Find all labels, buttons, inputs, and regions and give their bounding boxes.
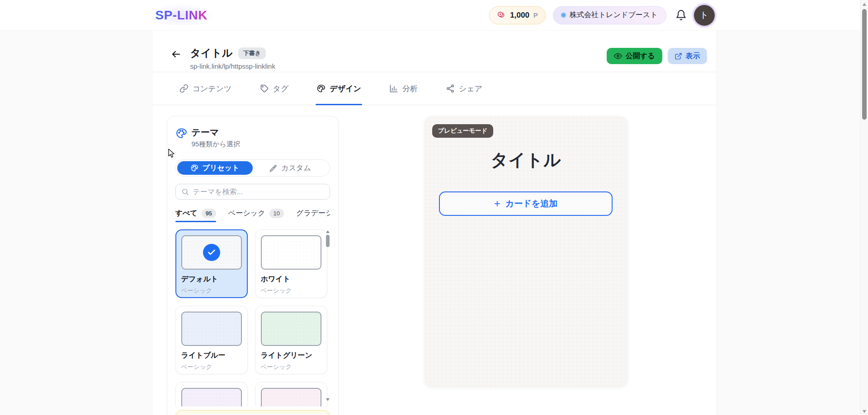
scroll-down-arrow[interactable] — [326, 398, 330, 401]
eyedropper-icon — [269, 164, 277, 172]
company-badge[interactable]: 株式会社トレンドブースト — [553, 6, 666, 24]
theme-card-white[interactable]: ホワイト ベーシック — [255, 229, 327, 298]
palette-icon — [175, 127, 187, 149]
points-value: 1,000 — [510, 11, 529, 20]
view-button[interactable]: 表示 — [668, 48, 707, 64]
preset-label: プリセット — [203, 163, 240, 173]
tag-icon — [260, 84, 269, 93]
theme-swatch — [261, 388, 321, 406]
theme-name: ホワイト — [261, 275, 321, 284]
filter-basic[interactable]: ベーシック 10 — [228, 209, 284, 222]
panel-subtitle: 95種類から選択 — [192, 140, 240, 149]
palette-icon — [316, 84, 326, 93]
company-name: 株式会社トレンドブースト — [570, 10, 658, 20]
panel-scrollbar[interactable] — [326, 229, 330, 401]
points-badge[interactable]: 1,000 P — [489, 6, 546, 24]
theme-swatch — [181, 312, 242, 346]
eye-icon — [614, 52, 622, 60]
scroll-up-arrow[interactable] — [863, 3, 866, 6]
app-header: SP-LINK 1,000 P 株式会社トレンドブースト — [0, 0, 868, 31]
status-badge: 下書き — [238, 47, 266, 59]
theme-category: ベーシック — [261, 363, 321, 371]
publish-button[interactable]: 公開する — [607, 48, 662, 64]
filter-label: すべて — [175, 209, 198, 218]
theme-swatch — [261, 312, 321, 346]
tab-share[interactable]: シェア — [446, 72, 482, 105]
points-unit: P — [533, 11, 538, 19]
theme-swatch — [181, 388, 242, 406]
theme-name: デフォルト — [181, 275, 242, 284]
tab-analytics[interactable]: 分析 — [389, 72, 418, 105]
theme-card-default[interactable]: デフォルト ベーシック — [175, 229, 248, 298]
page-url: sp-link.link/lp/httpssp-linklink — [190, 62, 275, 70]
theme-search — [175, 184, 330, 200]
panel-title: テーマ — [192, 126, 240, 139]
bell-icon — [675, 9, 687, 21]
theme-category: ベーシック — [181, 287, 242, 295]
bar-chart-icon — [389, 84, 398, 93]
theme-search-input[interactable] — [193, 188, 324, 196]
theme-card-lightblue[interactable]: ライトブルー ベーシック — [175, 306, 248, 374]
scroll-down-arrow[interactable] — [863, 410, 866, 413]
notice-banner — [175, 410, 330, 415]
tab-design[interactable]: デザイン — [316, 72, 361, 105]
theme-category: ベーシック — [181, 363, 242, 371]
main-content: タイトル 下書き sp-link.link/lp/httpssp-linklin… — [152, 31, 717, 415]
search-icon — [181, 188, 189, 196]
tab-label: シェア — [459, 84, 482, 94]
theme-grid-scroll-area: デフォルト ベーシック ホワイト ベーシック ライトブルー ベーシック — [175, 229, 330, 406]
theme-swatch — [181, 235, 242, 270]
custom-label: カスタム — [281, 163, 311, 173]
theme-category: ベーシック — [261, 287, 321, 295]
theme-panel: テーマ 95種類から選択 プリセット — [167, 116, 339, 415]
tab-label: コンテンツ — [193, 84, 232, 94]
tab-label: タグ — [273, 84, 289, 94]
preview-panel: プレビューモード タイトル + カードを追加 — [424, 116, 628, 387]
link-icon — [179, 84, 189, 93]
add-card-label: カードを追加 — [505, 198, 557, 210]
scroll-up-arrow[interactable] — [326, 230, 330, 233]
mode-toggle: プリセット カスタム — [175, 159, 330, 177]
tab-label: 分析 — [402, 84, 418, 94]
page-scrollbar[interactable] — [860, 0, 868, 415]
plus-icon: + — [494, 198, 500, 209]
tab-tags[interactable]: タグ — [260, 72, 289, 105]
tab-contents[interactable]: コンテンツ — [179, 72, 232, 105]
tab-label: デザイン — [330, 84, 361, 94]
filter-gradation[interactable]: グラデーション — [296, 209, 330, 222]
theme-name: ライトブルー — [181, 351, 242, 360]
view-label: 表示 — [686, 51, 700, 61]
notifications-button[interactable] — [675, 9, 687, 21]
filter-count: 95 — [202, 209, 216, 218]
external-link-icon — [675, 52, 682, 60]
filter-label: ベーシック — [228, 209, 265, 218]
coins-icon — [497, 11, 506, 20]
scrollbar-thumb[interactable] — [862, 9, 867, 120]
theme-swatch — [261, 235, 321, 270]
avatar-initial: ト — [700, 9, 708, 21]
preset-tab[interactable]: プリセット — [177, 161, 253, 175]
add-card-button[interactable]: + カードを追加 — [439, 191, 613, 216]
preview-title: タイトル — [432, 149, 620, 172]
filter-all[interactable]: すべて 95 — [175, 209, 217, 222]
custom-tab[interactable]: カスタム — [253, 161, 328, 175]
app-logo[interactable]: SP-LINK — [156, 8, 208, 23]
page-header: タイトル 下書き sp-link.link/lp/httpssp-linklin… — [152, 31, 716, 72]
status-dot — [561, 13, 566, 17]
preview-mode-badge: プレビューモード — [432, 124, 494, 138]
filter-tabs: すべて 95 ベーシック 10 グラデーション — [175, 209, 330, 222]
theme-card[interactable] — [175, 382, 248, 406]
tab-bar: コンテンツ タグ デザイン — [152, 72, 716, 105]
filter-label: グラデーション — [296, 209, 330, 218]
scrollbar-thumb[interactable] — [326, 235, 330, 247]
avatar[interactable]: ト — [694, 5, 715, 26]
theme-card[interactable] — [255, 382, 327, 406]
check-icon — [203, 244, 220, 261]
page-title: タイトル — [190, 46, 233, 60]
publish-label: 公開する — [626, 51, 655, 61]
arrow-left-icon — [170, 49, 181, 60]
theme-card-lightgreen[interactable]: ライトグリーン ベーシック — [255, 306, 327, 374]
share-icon — [446, 84, 455, 93]
filter-count: 10 — [269, 209, 284, 218]
back-button[interactable] — [169, 47, 183, 61]
